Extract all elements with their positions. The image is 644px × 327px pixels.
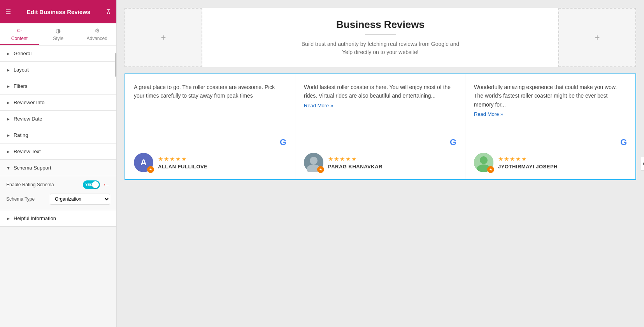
review-card-2: World fastest roller coaster is here. Yo…	[295, 74, 465, 179]
review-card-1-body: A great place to go. The roller coasters…	[134, 83, 286, 100]
sidebar-accordion: ► General ► Layout ► Filters ► Reviewer …	[0, 45, 116, 327]
hero-section: + Business Reviews Build trust and autho…	[125, 8, 636, 67]
stars-2: ★ ★ ★ ★ ★	[328, 156, 383, 163]
google-logo-2: G	[304, 137, 456, 147]
plus-icon-left: +	[161, 33, 166, 43]
review-card-2-footer: G ★	[304, 134, 456, 172]
avatar-wrapper-3: ★	[474, 153, 493, 172]
hero-title: Business Reviews	[336, 19, 425, 31]
review-card-1: A great place to go. The roller coasters…	[125, 74, 295, 179]
hero-center: Business Reviews Build trust and authori…	[202, 8, 558, 67]
main-canvas: + Business Reviews Build trust and autho…	[117, 0, 644, 327]
enable-rating-schema-label: Enable Rating Schema	[6, 182, 54, 187]
review-card-2-body: World fastest roller coaster is here. Yo…	[304, 83, 456, 108]
grid-apps-icon[interactable]: ⊼	[106, 8, 111, 16]
review-card-3: Wonderfully amazing experience that coul…	[465, 74, 635, 179]
sidebar-collapse-handle[interactable]: ►	[641, 157, 644, 171]
review-card-3-footer: G ★	[474, 134, 627, 172]
toggle-track[interactable]: YES	[83, 180, 100, 189]
star-4: ★	[175, 156, 181, 163]
chevron-right-icon: ►	[6, 117, 11, 121]
reviewer-name-1: Allan Fullilove	[158, 164, 207, 170]
chevron-right-icon: ►	[6, 51, 11, 56]
accordion-schema-support: ▼ Schema Support Enable Rating Schema YE…	[0, 160, 116, 210]
chevron-right-icon: ►	[6, 133, 11, 138]
accordion-helpful-information-header[interactable]: ► Helpful Information	[0, 210, 116, 226]
schema-type-row: Schema Type Organization LocalBusiness P…	[6, 194, 110, 205]
avatar-badge-3: ★	[487, 166, 494, 173]
reviewer-info-1: ★ ★ ★ ★ ★ Allan Fullilove	[158, 156, 207, 170]
reviewer-info-3: ★ ★ ★ ★ ★ Jyothirmayi Joseph	[498, 156, 558, 170]
sidebar-header: ☰ Edit Business Reviews ⊼	[0, 0, 116, 23]
reviewer-name-2: PARAG KHANAVKAR	[328, 164, 383, 170]
star-1: ★	[158, 156, 163, 163]
stars-1: ★ ★ ★ ★ ★	[158, 156, 207, 163]
review-text-1: A great place to go. The roller coasters…	[134, 83, 286, 100]
red-arrow-indicator: ←	[102, 180, 110, 189]
sidebar-title: Edit Business Reviews	[27, 9, 90, 15]
enable-rating-schema-toggle[interactable]: YES	[83, 180, 100, 189]
avatar-wrapper-2: ★	[304, 153, 323, 172]
tab-style[interactable]: ◑ Style	[39, 23, 78, 45]
schema-type-select[interactable]: Organization LocalBusiness Product	[50, 194, 110, 205]
accordion-review-date: ► Review Date	[0, 111, 116, 127]
sidebar-tabs: ✏ Content ◑ Style ⚙ Advanced	[0, 23, 116, 45]
accordion-filters: ► Filters	[0, 78, 116, 94]
reviewer-row-2: ★ ★ ★ ★ ★ ★ PARAG KHANAVKAR	[304, 153, 456, 172]
accordion-general: ► General	[0, 45, 116, 62]
review-card-1-footer: G A ★ ★ ★ ★ ★ ★	[134, 134, 286, 172]
add-widget-right[interactable]: +	[558, 8, 636, 67]
scrollbar-handle[interactable]	[115, 53, 116, 77]
add-widget-left[interactable]: +	[125, 8, 202, 67]
accordion-helpful-information: ► Helpful Information	[0, 210, 116, 227]
tab-content[interactable]: ✏ Content	[0, 23, 39, 45]
read-more-3[interactable]: Read More »	[474, 111, 627, 117]
reviewer-row-3: ★ ★ ★ ★ ★ ★ Jyothirmayi Joseph	[474, 153, 627, 172]
reviewer-row-1: A ★ ★ ★ ★ ★ ★ Allan Fullilove	[134, 153, 286, 172]
avatar-badge-1: ★	[147, 166, 154, 173]
accordion-review-text-header[interactable]: ► Review Text	[0, 143, 116, 159]
stars-3: ★ ★ ★ ★ ★	[498, 156, 558, 163]
read-more-2[interactable]: Read More »	[304, 103, 456, 108]
review-text-2: World fastest roller coaster is here. Yo…	[304, 83, 456, 100]
toggle-thumb	[92, 181, 99, 188]
accordion-review-date-header[interactable]: ► Review Date	[0, 111, 116, 127]
pencil-icon: ✏	[17, 27, 22, 34]
accordion-layout: ► Layout	[0, 62, 116, 78]
sidebar: ☰ Edit Business Reviews ⊼ ✏ Content ◑ St…	[0, 0, 117, 327]
schema-type-label: Schema Type	[6, 196, 35, 202]
enable-rating-schema-row: Enable Rating Schema YES ←	[6, 180, 110, 189]
chevron-right-icon: ►	[6, 84, 11, 89]
avatar-wrapper-1: A ★	[134, 153, 153, 172]
accordion-layout-header[interactable]: ► Layout	[0, 62, 116, 78]
toggle-yes-label: YES	[85, 183, 92, 187]
accordion-general-header[interactable]: ► General	[0, 45, 116, 61]
star-3: ★	[170, 156, 175, 163]
reviewer-name-3: Jyothirmayi Joseph	[498, 164, 558, 170]
svg-point-4	[480, 156, 488, 164]
accordion-filters-header[interactable]: ► Filters	[0, 78, 116, 94]
hero-subtitle: Build trust and authority by fetching re…	[299, 40, 462, 56]
tab-advanced[interactable]: ⚙ Advanced	[77, 23, 116, 45]
schema-support-content: Enable Rating Schema YES ← Schema Type	[0, 176, 116, 210]
reviewer-info-2: ★ ★ ★ ★ ★ PARAG KHANAVKAR	[328, 156, 383, 170]
svg-point-1	[310, 157, 318, 164]
star-5: ★	[181, 156, 186, 163]
hamburger-menu-icon[interactable]: ☰	[5, 8, 11, 16]
accordion-reviewer-info-header[interactable]: ► Reviewer Info	[0, 94, 116, 110]
chevron-right-icon: ►	[6, 68, 11, 72]
toggle-arrow-wrapper: YES ←	[83, 180, 110, 189]
avatar-badge-2: ★	[317, 166, 324, 173]
google-logo-3: G	[474, 137, 627, 147]
accordion-rating-header[interactable]: ► Rating	[0, 127, 116, 143]
canvas-area: + Business Reviews Build trust and autho…	[117, 0, 644, 327]
plus-icon-right: +	[595, 33, 600, 43]
gear-icon: ⚙	[95, 27, 100, 34]
review-card-3-body: Wonderfully amazing experience that coul…	[474, 83, 627, 117]
accordion-schema-support-header[interactable]: ▼ Schema Support	[0, 160, 116, 176]
accordion-reviewer-info: ► Reviewer Info	[0, 94, 116, 111]
hero-divider	[365, 34, 396, 35]
star-2: ★	[164, 156, 169, 163]
chevron-right-icon: ►	[6, 100, 11, 105]
chevron-down-icon: ▼	[6, 166, 11, 170]
